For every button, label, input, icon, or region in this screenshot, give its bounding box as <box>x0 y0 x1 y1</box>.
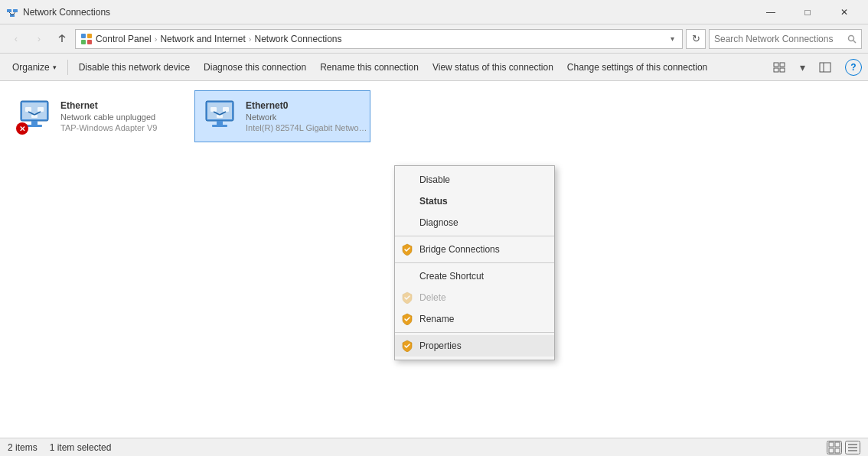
context-menu: Disable Status Diagnose Bridge Connectio… <box>394 165 555 360</box>
ethernet0-name: Ethernet0 <box>246 100 368 111</box>
rename-connection-button[interactable]: Rename this connection <box>314 57 425 78</box>
path-network-connections: Network Connections <box>254 34 341 44</box>
svg-rect-15 <box>820 63 830 72</box>
hide-pane-button[interactable] <box>814 57 836 78</box>
svg-rect-31 <box>223 107 229 112</box>
status-view-controls <box>827 441 860 454</box>
shield-icon-rename <box>401 313 413 325</box>
search-icon <box>847 34 857 44</box>
svg-rect-20 <box>27 125 42 127</box>
item-count: 2 items <box>8 442 38 453</box>
svg-rect-6 <box>87 34 92 38</box>
forward-button[interactable]: › <box>29 29 49 49</box>
title-bar-controls: — □ ✕ <box>753 0 862 24</box>
svg-rect-22 <box>38 107 44 112</box>
shield-icon-delete <box>401 292 413 304</box>
refresh-button[interactable]: ↻ <box>686 29 706 49</box>
ctx-delete[interactable]: Delete <box>395 287 554 308</box>
svg-rect-12 <box>780 63 785 67</box>
control-panel-path-icon <box>80 33 93 45</box>
toolbar-right: ▾ ? <box>768 57 862 78</box>
ethernet-icon-wrap: ✕ <box>16 98 53 135</box>
content-area: ✕ Ethernet Network cable unplugged TAP-W… <box>0 81 868 438</box>
selected-count: 1 item selected <box>50 442 112 453</box>
up-button[interactable] <box>52 29 72 49</box>
network-items-container: ✕ Ethernet Network cable unplugged TAP-W… <box>9 90 859 142</box>
back-button[interactable]: ‹ <box>6 29 26 49</box>
ctx-sep-2 <box>395 262 554 263</box>
svg-rect-38 <box>835 448 840 453</box>
status-details-button[interactable] <box>845 441 860 454</box>
ethernet0-status: Network <box>246 112 368 122</box>
view-status-button[interactable]: View status of this connection <box>426 57 560 78</box>
svg-rect-7 <box>81 40 86 44</box>
toolbar: Organize ▾ Disable this network device D… <box>0 54 868 81</box>
ctx-bridge[interactable]: Bridge Connections <box>395 239 554 260</box>
help-button[interactable]: ? <box>845 59 862 76</box>
svg-rect-5 <box>81 34 86 38</box>
path-network-internet: Network and Internet <box>160 34 245 44</box>
svg-line-10 <box>853 41 856 43</box>
svg-rect-8 <box>87 40 92 44</box>
diagnose-connection-button[interactable]: Diagnose this connection <box>197 57 312 78</box>
toolbar-separator-1 <box>67 60 68 75</box>
address-path[interactable]: Control Panel › Network and Internet › N… <box>75 29 683 49</box>
path-sep-1: › <box>155 34 158 44</box>
ethernet0-icon <box>201 98 238 135</box>
svg-rect-13 <box>774 68 778 72</box>
ethernet-desc: TAP-Windows Adapter V9 <box>60 123 157 132</box>
svg-rect-36 <box>835 442 840 447</box>
view-options-button[interactable] <box>768 57 790 78</box>
ethernet-name: Ethernet <box>60 100 157 111</box>
svg-rect-1 <box>13 9 18 12</box>
ethernet-info: Ethernet Network cable unplugged TAP-Win… <box>60 100 157 132</box>
disable-device-button[interactable]: Disable this network device <box>73 57 196 78</box>
title-bar-icon <box>6 6 18 18</box>
ctx-sep-3 <box>395 332 554 333</box>
change-settings-button[interactable]: Change settings of this connection <box>561 57 713 78</box>
svg-rect-30 <box>210 107 217 112</box>
ethernet0-info: Ethernet0 Network Intel(R) 82574L Gigabi… <box>246 100 368 132</box>
svg-rect-28 <box>217 121 223 125</box>
svg-rect-35 <box>829 442 834 447</box>
maximize-button[interactable]: □ <box>790 0 825 24</box>
search-input[interactable] <box>714 34 844 44</box>
status-large-icons-button[interactable] <box>827 441 842 454</box>
svg-rect-19 <box>31 121 38 125</box>
svg-rect-0 <box>7 9 11 12</box>
svg-rect-29 <box>212 125 227 127</box>
network-item-ethernet0[interactable]: Ethernet0 Network Intel(R) 82574L Gigabi… <box>194 90 370 142</box>
minimize-button[interactable]: — <box>753 0 788 24</box>
svg-rect-23 <box>31 115 38 118</box>
ethernet0-icon-wrap <box>201 98 238 135</box>
svg-rect-21 <box>25 107 31 112</box>
svg-rect-32 <box>217 115 223 118</box>
svg-point-9 <box>849 35 854 41</box>
ctx-shortcut[interactable]: Create Shortcut <box>395 265 554 287</box>
svg-rect-14 <box>780 68 785 72</box>
organize-button[interactable]: Organize ▾ <box>6 57 63 78</box>
ctx-properties[interactable]: Properties <box>395 335 554 357</box>
ctx-status[interactable]: Status <box>395 191 554 212</box>
title-bar: Network Connections — □ ✕ <box>0 0 868 24</box>
ctx-sep-1 <box>395 236 554 236</box>
title-bar-title: Network Connections <box>23 7 753 18</box>
shield-icon-bridge <box>401 243 413 256</box>
svg-rect-37 <box>829 448 834 453</box>
ctx-disable[interactable]: Disable <box>395 169 554 191</box>
path-dropdown-button[interactable]: ▾ <box>667 34 677 43</box>
close-button[interactable]: ✕ <box>827 0 862 24</box>
svg-rect-11 <box>774 63 778 67</box>
network-item-ethernet[interactable]: ✕ Ethernet Network cable unplugged TAP-W… <box>9 90 185 142</box>
address-bar: ‹ › Control Panel › Network and Internet… <box>0 24 868 54</box>
ethernet0-desc: Intel(R) 82574L Gigabit Network C... <box>246 123 368 132</box>
ctx-rename[interactable]: Rename <box>395 308 554 330</box>
path-control-panel: Control Panel <box>96 34 152 44</box>
ctx-diagnose[interactable]: Diagnose <box>395 212 554 233</box>
search-box[interactable] <box>709 29 862 49</box>
ethernet-status: Network cable unplugged <box>60 112 157 122</box>
status-bar: 2 items 1 item selected <box>0 438 868 456</box>
error-badge: ✕ <box>16 122 28 135</box>
path-sep-2: › <box>249 34 252 44</box>
view-dropdown-button[interactable]: ▾ <box>791 57 813 78</box>
